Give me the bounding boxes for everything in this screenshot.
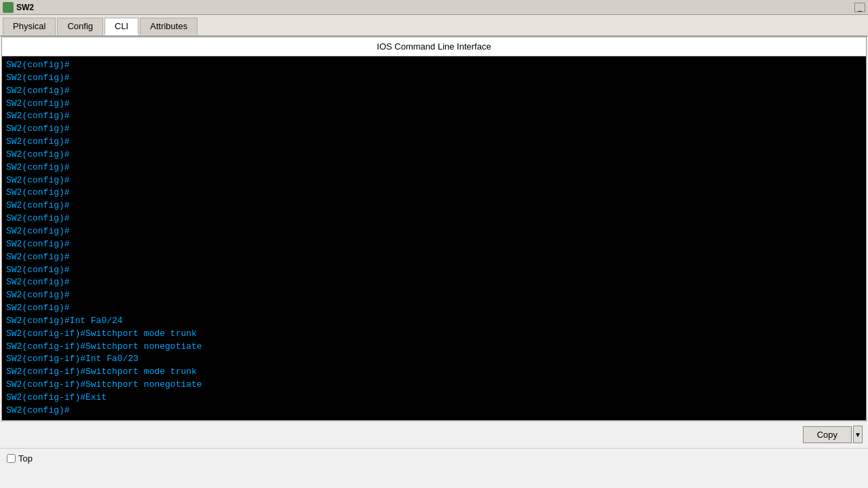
window-title: SW2 [16,3,34,12]
main-container: IOS Command Line Interface SW2(config)# … [1,37,867,421]
minimize-button[interactable]: _ [854,3,865,12]
title-bar: SW2 _ [0,0,868,15]
top-checkbox[interactable] [7,454,16,463]
tab-physical[interactable]: Physical [3,18,56,35]
tab-attributes[interactable]: Attributes [140,18,197,35]
bottom-bar: Copy ▼ [0,421,868,448]
cli-terminal[interactable]: SW2(config)# SW2(config)# SW2(config)# S… [2,56,866,420]
title-bar-controls: _ [854,2,865,13]
copy-button[interactable]: Copy [803,426,852,443]
tab-bar: Physical Config CLI Attributes [0,15,868,37]
tab-config[interactable]: Config [57,18,103,35]
cli-header: IOS Command Line Interface [2,37,866,56]
top-label: Top [18,453,33,464]
app-icon [3,2,14,13]
cli-output: SW2(config)# SW2(config)# SW2(config)# S… [6,59,862,417]
footer-bar: Top [0,448,868,468]
tab-cli[interactable]: CLI [105,18,138,35]
paste-arrow-button[interactable]: ▼ [853,426,863,443]
